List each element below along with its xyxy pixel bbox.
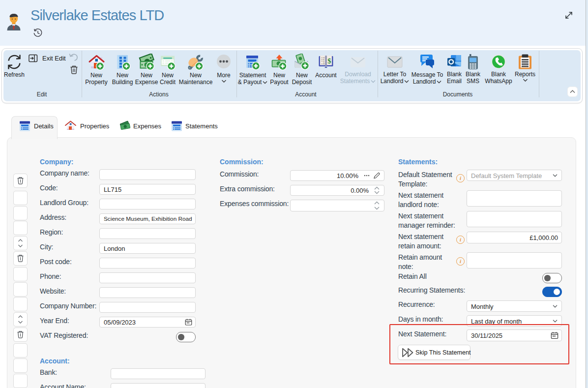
svg-text:$: $ [327, 57, 331, 65]
